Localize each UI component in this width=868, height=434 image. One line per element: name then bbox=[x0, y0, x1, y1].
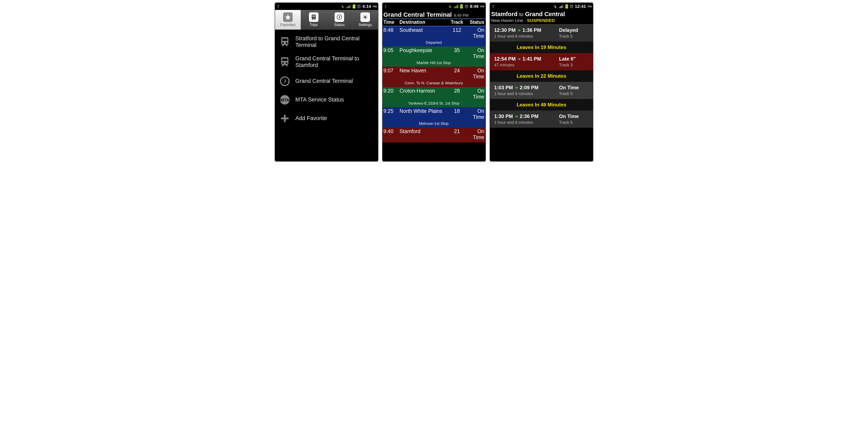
dep-note: Melrose-1st Stop bbox=[383, 120, 484, 127]
trip-row[interactable]: 12:54 PM➔1:41 PMLate 6"47 minutesTrack 3 bbox=[490, 53, 593, 70]
trip-row[interactable]: 1:30 PM➔2:36 PMOn Time1 hour and 6 minut… bbox=[490, 111, 593, 128]
svg-text:MTA: MTA bbox=[280, 97, 289, 102]
trip-row[interactable]: 12:30 PM➔1:36 PMDelayed1 hour and 6 minu… bbox=[490, 24, 593, 41]
usb-icon bbox=[491, 4, 495, 9]
alarm-icon bbox=[569, 4, 574, 8]
departure-row[interactable]: 9:05Poughkeepsie35On TimeMarble Hill-1st… bbox=[382, 46, 486, 67]
phone-screen-trips: 3G 12:41 PM Stamford to Grand Central Ne… bbox=[490, 2, 593, 162]
svg-rect-26 bbox=[566, 4, 567, 5]
battery-icon bbox=[352, 4, 356, 9]
departure-row[interactable]: 9:20Croton-Harmon28On TimeYankees-E.153r… bbox=[382, 87, 486, 107]
favorite-label: Add Favorite bbox=[295, 115, 375, 122]
compass-icon bbox=[279, 75, 291, 87]
svg-rect-18 bbox=[461, 4, 462, 5]
signal-icon bbox=[559, 4, 564, 8]
tab-favorites[interactable]: Favorites bbox=[275, 10, 301, 30]
dep-time: 9:40 bbox=[383, 128, 400, 140]
signal-icon bbox=[347, 4, 351, 8]
tab-status[interactable]: Status bbox=[327, 10, 352, 30]
status-bar: 3G 4:14 PM bbox=[275, 3, 378, 10]
svg-text:3G: 3G bbox=[342, 7, 344, 8]
leaves-in-banner: Leaves In 19 Minutes bbox=[490, 41, 593, 53]
dep-status: On Time bbox=[465, 47, 484, 59]
dep-destination: North White Plains bbox=[400, 108, 449, 120]
trip-status: On Time bbox=[559, 114, 590, 119]
dep-status: On Time bbox=[465, 108, 484, 120]
status-time: 8:49 bbox=[470, 4, 478, 9]
dep-time: 8:48 bbox=[383, 27, 400, 39]
dep-destination: New Haven bbox=[400, 68, 449, 80]
favorite-row[interactable]: Stratford to Grand Central Terminal bbox=[275, 32, 378, 52]
favorite-row[interactable]: Grand Central Terminal bbox=[275, 72, 378, 91]
trip-status: Delayed bbox=[559, 27, 590, 33]
trip-track: Track 3 bbox=[559, 63, 590, 67]
trip-times: 12:30 PM➔1:36 PM bbox=[494, 27, 557, 33]
dep-track: 28 bbox=[449, 88, 465, 100]
mta-icon: MTA bbox=[279, 94, 291, 106]
departure-row[interactable]: 9:25North White Plains18On TimeMelrose-1… bbox=[382, 107, 486, 127]
departure-row[interactable]: 8:48Southeast112On TimeDeparted bbox=[382, 26, 486, 46]
tab-settings[interactable]: Settings bbox=[352, 10, 378, 30]
favorite-row[interactable]: Grand Central Terminal to Stamford bbox=[275, 52, 378, 72]
alarm-icon bbox=[464, 4, 468, 8]
departure-row[interactable]: 9:40Stamford21On Time bbox=[382, 127, 486, 143]
arrow-right-icon: ➔ bbox=[515, 85, 518, 90]
col-destination: Destination bbox=[400, 20, 449, 25]
dep-note: Yankees-E.153rd St. 1st Stop bbox=[383, 100, 484, 107]
dep-time: 9:20 bbox=[383, 88, 400, 100]
favorite-label: Grand Central Terminal to Stamford bbox=[295, 55, 375, 69]
svg-rect-4 bbox=[350, 5, 351, 8]
svg-rect-23 bbox=[560, 6, 561, 8]
trip-line-status: New Haven Line - SUSPENDED bbox=[490, 18, 593, 24]
data-3g-icon: 3G bbox=[554, 4, 558, 8]
trip-list: 12:30 PM➔1:36 PMDelayed1 hour and 6 minu… bbox=[490, 24, 593, 161]
phone-screen-departures: 3G 8:49 PM Grand Central Terminal 8:49 P… bbox=[382, 2, 486, 162]
trip-status: On Time bbox=[559, 85, 590, 91]
star-icon bbox=[283, 12, 292, 22]
dep-track: 21 bbox=[449, 128, 465, 140]
svg-rect-15 bbox=[455, 6, 456, 8]
svg-text:3G: 3G bbox=[450, 7, 452, 8]
svg-rect-22 bbox=[559, 7, 560, 8]
svg-rect-2 bbox=[348, 6, 349, 8]
favorite-row[interactable]: MTAMTA Service Status bbox=[275, 91, 378, 109]
trip-times: 1:03 PM➔2:09 PM bbox=[494, 85, 557, 91]
trip-row[interactable]: 1:03 PM➔2:09 PMOn Time1 hour and 6 minut… bbox=[490, 82, 593, 99]
trip-times: 12:54 PM➔1:41 PM bbox=[494, 56, 557, 62]
tab-label: Settings bbox=[359, 23, 372, 27]
svg-rect-14 bbox=[454, 7, 455, 8]
plus-icon bbox=[279, 113, 291, 124]
trip-duration: 1 hour and 6 minutes bbox=[494, 91, 557, 96]
tab-label: Trips bbox=[310, 23, 318, 27]
route-to-word: to bbox=[519, 11, 523, 17]
arrow-right-icon: ➔ bbox=[517, 28, 521, 33]
gear-icon bbox=[361, 12, 370, 22]
compass-icon bbox=[335, 12, 344, 22]
favorite-row[interactable]: Add Favorite bbox=[275, 109, 378, 128]
tab-label: Status bbox=[334, 23, 345, 27]
train-icon bbox=[279, 36, 291, 48]
tab-trips[interactable]: Trips bbox=[301, 10, 327, 30]
usb-icon bbox=[276, 4, 280, 9]
usb-icon bbox=[384, 4, 388, 9]
dep-note: Marble Hill-1st Stop bbox=[383, 59, 484, 67]
departure-list: 8:48Southeast112On TimeDeparted9:05Pough… bbox=[382, 26, 486, 161]
trip-duration: 1 hour and 6 minutes bbox=[494, 120, 557, 125]
dep-destination: Southeast bbox=[400, 27, 449, 39]
dep-destination: Stamford bbox=[400, 128, 449, 140]
dep-track: 24 bbox=[449, 68, 465, 80]
trip-duration: 1 hour and 6 minutes bbox=[494, 34, 557, 39]
service-status: SUSPENDED bbox=[527, 18, 555, 23]
leaves-in-banner: Leaves In 22 Minutes bbox=[490, 70, 593, 82]
status-ampm: PM bbox=[480, 5, 485, 8]
train-icon bbox=[309, 12, 318, 22]
departure-row[interactable]: 9:07New Haven24On TimeConn. To N. Canaan… bbox=[382, 67, 486, 87]
trip-status: Late 6" bbox=[559, 56, 590, 62]
status-bar: 3G 12:41 PM bbox=[490, 3, 593, 10]
train-icon bbox=[279, 56, 291, 68]
favorite-label: MTA Service Status bbox=[295, 96, 375, 103]
trip-duration: 47 minutes bbox=[494, 63, 557, 67]
svg-rect-1 bbox=[347, 7, 347, 8]
status-time: 4:14 bbox=[362, 4, 371, 9]
trip-route-header: Stamford to Grand Central bbox=[490, 10, 593, 18]
